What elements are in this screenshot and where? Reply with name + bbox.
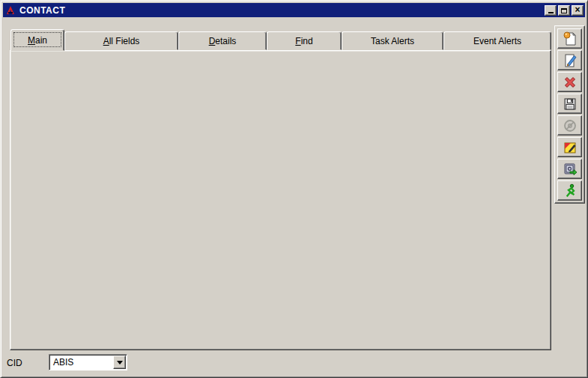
tab-all-fields[interactable]: All Fields bbox=[64, 31, 178, 50]
contact-window: CONTACT × Main All Fields Details Find T… bbox=[0, 0, 588, 378]
minimize-button[interactable] bbox=[545, 5, 557, 16]
app-icon bbox=[4, 4, 16, 16]
sticky-note-icon bbox=[563, 140, 578, 155]
tab-event-alerts-label: Event Alerts bbox=[473, 36, 521, 46]
dial-phone-button[interactable] bbox=[557, 115, 582, 135]
cid-value: ABIS bbox=[53, 357, 73, 368]
cid-combobox[interactable]: ABIS bbox=[49, 354, 127, 371]
tab-find-label: Find bbox=[295, 36, 312, 46]
main-tab-panel bbox=[10, 50, 551, 350]
tab-focus-rect bbox=[13, 32, 61, 47]
notes-button[interactable] bbox=[557, 137, 582, 157]
side-toolbar bbox=[554, 25, 585, 204]
edit-pencil-icon bbox=[563, 53, 578, 68]
tab-main[interactable]: Main bbox=[10, 29, 64, 51]
cid-dropdown-button[interactable] bbox=[113, 356, 126, 369]
edit-record-button[interactable] bbox=[557, 50, 582, 70]
maximize-button[interactable] bbox=[558, 5, 570, 16]
tab-all-fields-label: All Fields bbox=[103, 36, 140, 46]
delete-record-button[interactable] bbox=[557, 72, 582, 92]
safe-export-icon bbox=[563, 162, 578, 177]
delete-x-icon bbox=[563, 75, 578, 90]
close-button[interactable]: × bbox=[572, 5, 584, 16]
running-man-icon bbox=[563, 183, 578, 198]
safe-export-button[interactable] bbox=[557, 159, 582, 179]
exit-button[interactable] bbox=[557, 180, 582, 201]
titlebar: CONTACT × bbox=[3, 3, 585, 17]
tab-details-label: Details bbox=[209, 36, 237, 46]
tab-event-alerts[interactable]: Event Alerts bbox=[443, 31, 551, 50]
new-document-icon bbox=[563, 31, 578, 46]
chevron-down-icon bbox=[117, 361, 123, 368]
tab-task-alerts-label: Task Alerts bbox=[371, 36, 414, 46]
close-icon: × bbox=[575, 5, 580, 14]
tab-details[interactable]: Details bbox=[178, 31, 267, 50]
window-title: CONTACT bbox=[19, 5, 65, 16]
cid-label: CID bbox=[7, 358, 22, 368]
minimize-icon bbox=[548, 12, 554, 13]
save-record-button[interactable] bbox=[557, 94, 582, 114]
phone-dial-icon bbox=[563, 118, 578, 133]
new-record-button[interactable] bbox=[557, 28, 582, 49]
maximize-icon bbox=[561, 8, 567, 13]
tab-find[interactable]: Find bbox=[267, 31, 342, 50]
tab-task-alerts[interactable]: Task Alerts bbox=[342, 31, 443, 50]
save-floppy-icon bbox=[563, 97, 578, 112]
